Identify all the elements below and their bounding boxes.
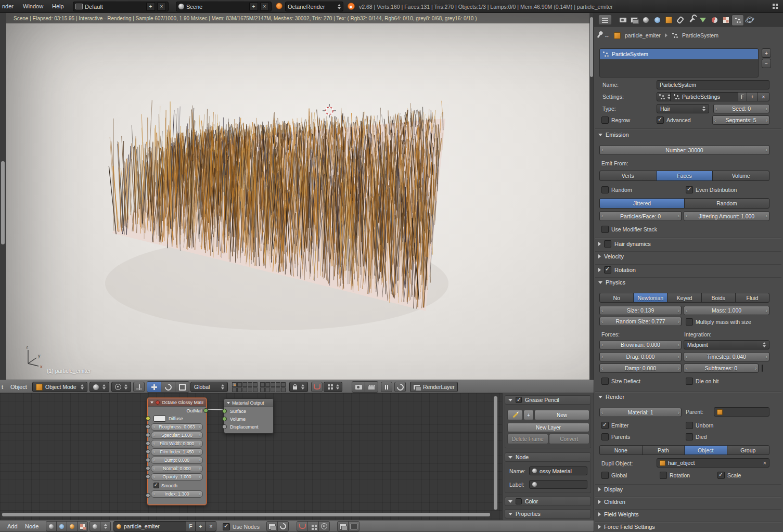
global-checkbox[interactable]: Global (601, 472, 627, 479)
settings-field[interactable]: ParticleSettings (670, 92, 738, 101)
viewport-shading-select[interactable] (89, 382, 109, 392)
physics-fluid[interactable]: Fluid (735, 293, 769, 303)
node-name-field[interactable]: ossy Material (529, 466, 587, 475)
normal-slider[interactable]: Normal: 0.000 (151, 465, 203, 472)
properties-panel-header[interactable]: Properties (505, 509, 591, 518)
slot-updown-button[interactable] (100, 521, 111, 531)
material-output-node[interactable]: Material Output Surface Volume Displacem… (224, 398, 274, 434)
random-toggle[interactable]: Random (684, 198, 769, 209)
tab-object[interactable] (663, 15, 674, 25)
physics-panel-header[interactable]: Physics (598, 279, 625, 286)
regrow-checkbox[interactable]: Regrow (601, 116, 630, 124)
parent-field[interactable] (714, 407, 769, 417)
force-field-settings-panel-header[interactable]: Force Field Settings (598, 524, 655, 530)
parents-checkbox[interactable]: Parents (601, 433, 630, 440)
paste-button[interactable] (348, 521, 360, 531)
delete-frame-button[interactable]: Delete Frame (507, 434, 548, 444)
random-checkbox[interactable]: Random (601, 186, 632, 193)
physics-newtonian[interactable]: Newtonian (633, 293, 668, 303)
specular-input-socket[interactable] (146, 433, 150, 437)
use-modifier-stack-checkbox[interactable]: Use Modifier Stack (601, 226, 657, 233)
list-item[interactable]: ParticleSystem (600, 49, 758, 59)
render-path[interactable]: Path (642, 445, 685, 455)
copy-button[interactable] (337, 521, 349, 531)
display-panel-header[interactable]: Display (598, 486, 623, 492)
gp-new-button[interactable]: New (534, 410, 589, 420)
snap-toggle-button[interactable] (297, 521, 308, 531)
menu-window[interactable]: Window (23, 3, 43, 9)
material-slot-button[interactable] (89, 521, 100, 531)
emit-from-volume[interactable]: Volume (712, 171, 769, 181)
render-none[interactable]: None (599, 445, 643, 455)
add-screen-button[interactable]: + (146, 2, 155, 11)
settings-fake-user-button[interactable]: F (738, 92, 747, 101)
random-size-slider[interactable]: Random Size: 0.777 (599, 317, 682, 326)
node-label-field[interactable] (529, 480, 587, 489)
index-slider[interactable]: Index: 1.300 (151, 490, 203, 498)
even-distribution-checkbox[interactable]: Even Distribution (686, 186, 737, 193)
tab-physics[interactable] (744, 15, 755, 25)
editor-type-select[interactable] (598, 15, 612, 25)
render-object[interactable]: Object (684, 445, 727, 455)
multiply-mass-checkbox[interactable]: Multiply mass with size (686, 318, 751, 326)
texture-shader-button[interactable] (77, 521, 88, 531)
grease-pencil-checkbox[interactable] (516, 397, 522, 403)
diffuse-color-swatch[interactable] (153, 416, 166, 422)
lamp-shader-button[interactable] (67, 521, 78, 531)
menu-help[interactable]: Help (52, 3, 64, 9)
render-group[interactable]: Group (727, 445, 770, 455)
collapse-icon[interactable] (150, 401, 153, 404)
segments-field[interactable]: Segments: 5 (712, 115, 769, 125)
brownian-slider[interactable]: Brownian: 0.000 (599, 340, 682, 349)
pin-icon[interactable] (597, 33, 601, 37)
left-scrollbar[interactable] (1, 161, 5, 244)
dupli-object-field[interactable]: hair_object × (657, 458, 769, 468)
draw-tool-button[interactable] (507, 410, 523, 420)
world-shader-button[interactable] (56, 521, 67, 531)
settings-browse-button[interactable] (657, 92, 671, 101)
add-particle-system-button[interactable]: + (762, 48, 771, 58)
hair-dynamics-checkbox[interactable] (604, 240, 611, 248)
node-header[interactable]: Material Output (224, 399, 273, 407)
use-nodes-checkbox[interactable]: Use Nodes (223, 523, 260, 530)
menu-object[interactable]: Object (10, 384, 27, 390)
roughness-input-socket[interactable] (146, 424, 150, 429)
color-checkbox[interactable] (516, 498, 522, 504)
tab-render-layers[interactable] (628, 15, 640, 25)
type-select[interactable]: Hair (657, 104, 709, 113)
hair-dynamics-panel-header[interactable]: Hair dynamics (598, 240, 651, 248)
smooth-checkbox[interactable] (153, 483, 159, 488)
pause-render-button[interactable] (381, 382, 392, 392)
node-editor[interactable]: Octane Glossy Materia OutMat Diffuse Rou… (0, 393, 594, 520)
manipulator-toggle-button[interactable] (133, 382, 145, 392)
tab-particles[interactable] (731, 15, 744, 26)
node-header[interactable]: Octane Glossy Materia (148, 398, 206, 407)
settings-add-button[interactable]: + (747, 92, 758, 101)
color-panel-header[interactable]: Color (505, 497, 591, 506)
menu-truncated[interactable]: t (2, 384, 3, 390)
opengl-render-image-button[interactable] (352, 381, 365, 393)
node-editor-vscrollbar[interactable] (494, 396, 497, 510)
mass-slider[interactable]: Mass: 1.000 (684, 306, 769, 315)
name-field[interactable]: ParticleSystem (657, 80, 769, 89)
normal-input-socket[interactable] (146, 466, 150, 471)
add-material-button[interactable]: + (195, 521, 206, 531)
material-slider[interactable]: Material: 1 (599, 408, 682, 417)
physics-keyed[interactable]: Keyed (667, 293, 701, 303)
film-width-slider[interactable]: Film Width: 0.000 (151, 440, 203, 447)
physics-boids[interactable]: Boids (701, 293, 736, 303)
film-index-slider[interactable]: Film Index: 1.450 (151, 448, 203, 456)
tab-modifiers[interactable] (686, 15, 697, 25)
field-weights-panel-header[interactable]: Field Weights (598, 511, 638, 517)
rotate-manipulator-button[interactable] (161, 381, 175, 393)
right-scrollbar[interactable] (590, 17, 593, 77)
tab-constraints[interactable] (674, 15, 686, 25)
rotation-checkbox[interactable]: Rotation (660, 472, 690, 479)
render-layer-field[interactable]: RenderLayer (410, 382, 458, 392)
physics-no[interactable]: No (599, 293, 634, 303)
film-width-input-socket[interactable] (146, 441, 150, 446)
opacity-input-socket[interactable] (146, 474, 150, 479)
jittered-toggle[interactable]: Jittered (599, 198, 685, 209)
filter-icon[interactable]: ↔ (604, 32, 610, 38)
displacement-input-socket[interactable] (222, 424, 227, 429)
